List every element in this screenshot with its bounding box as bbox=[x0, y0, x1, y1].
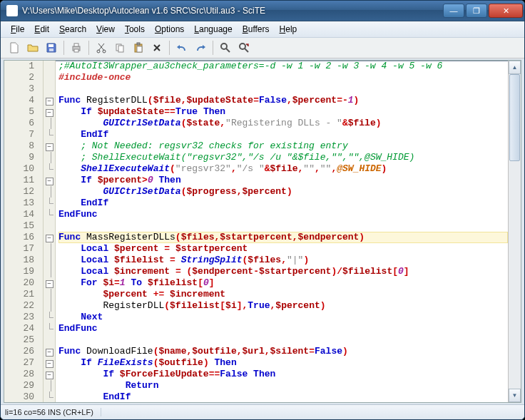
line-number[interactable]: 5 bbox=[4, 106, 34, 118]
code-line[interactable]: Func RegisterDLL($file,$updateState=Fals… bbox=[58, 95, 508, 106]
cut-button[interactable] bbox=[92, 39, 111, 56]
replace-button[interactable] bbox=[235, 39, 253, 56]
line-number[interactable]: 23 bbox=[4, 312, 34, 323]
line-number[interactable]: 14 bbox=[4, 209, 34, 220]
line-number[interactable]: 2 bbox=[4, 72, 34, 83]
code-line[interactable]: ; Not Needed: regsvr32 checks for existi… bbox=[58, 140, 508, 152]
fold-marker[interactable]: − bbox=[44, 232, 55, 243]
code-line[interactable]: If $updateState==True Then bbox=[58, 106, 508, 118]
redo-button[interactable] bbox=[191, 39, 210, 56]
line-number[interactable]: 10 bbox=[4, 163, 34, 175]
code-line[interactable]: GUICtrlSetData($state,"Registering DLLs … bbox=[58, 118, 508, 129]
code-line[interactable]: ; ShellExecuteWait("regsvr32","/s /u "&$… bbox=[58, 152, 508, 163]
fold-marker[interactable] bbox=[44, 391, 55, 403]
code-line[interactable]: If $percent>0 Then bbox=[58, 175, 508, 186]
menu-view[interactable]: View bbox=[92, 23, 119, 36]
line-number[interactable]: 28 bbox=[4, 369, 34, 380]
line-number[interactable]: 9 bbox=[4, 152, 34, 163]
fold-marker[interactable]: − bbox=[44, 346, 55, 357]
code-line[interactable]: EndFunc bbox=[58, 209, 508, 220]
line-number[interactable]: 1 bbox=[4, 61, 34, 72]
delete-button[interactable] bbox=[148, 39, 166, 56]
line-number[interactable]: 19 bbox=[4, 266, 34, 277]
line-number[interactable]: 7 bbox=[4, 129, 34, 140]
line-number[interactable]: 16 bbox=[4, 232, 34, 243]
scroll-down-button[interactable]: ▼ bbox=[509, 389, 521, 402]
code-line[interactable] bbox=[58, 83, 508, 95]
minimize-button[interactable]: — bbox=[443, 4, 464, 18]
fold-marker[interactable] bbox=[44, 266, 55, 277]
fold-marker[interactable]: − bbox=[44, 277, 55, 289]
line-number[interactable]: 13 bbox=[4, 198, 34, 209]
code-line[interactable]: EndFunc bbox=[58, 323, 508, 334]
line-number[interactable]: 29 bbox=[4, 380, 34, 391]
find-button[interactable] bbox=[216, 39, 235, 56]
fold-marker[interactable] bbox=[44, 243, 55, 255]
fold-marker[interactable]: − bbox=[44, 140, 55, 152]
line-number[interactable]: 17 bbox=[4, 243, 34, 255]
menu-file[interactable]: File bbox=[6, 23, 29, 36]
code-line[interactable]: GUICtrlSetData($progress,$percent) bbox=[58, 186, 508, 198]
code-line[interactable]: If FileExists($outfile) Then bbox=[58, 357, 508, 369]
scroll-thumb[interactable] bbox=[509, 74, 520, 161]
maximize-button[interactable]: ❐ bbox=[466, 4, 487, 18]
code-line[interactable]: ShellExecuteWait("regsvr32","/s "&$file,… bbox=[58, 163, 508, 175]
fold-marker[interactable] bbox=[44, 220, 55, 232]
fold-marker[interactable] bbox=[44, 209, 55, 220]
save-file-button[interactable] bbox=[42, 39, 61, 56]
menu-options[interactable]: Options bbox=[151, 23, 188, 36]
line-number-gutter[interactable]: 1234567891011121314151617181920212223242… bbox=[4, 61, 44, 402]
fold-marker[interactable]: − bbox=[44, 106, 55, 118]
line-number[interactable]: 11 bbox=[4, 175, 34, 186]
code-line[interactable]: ;#AutoIt3Wrapper_au3check_parameters=-d … bbox=[58, 61, 508, 72]
line-number[interactable]: 4 bbox=[4, 95, 34, 106]
code-line[interactable]: EndIf bbox=[58, 198, 508, 209]
code-line[interactable]: RegisterDLL($filelist[$i],True,$percent) bbox=[58, 300, 508, 312]
fold-marker[interactable] bbox=[44, 83, 55, 95]
fold-marker[interactable]: − bbox=[44, 95, 55, 106]
line-number[interactable]: 27 bbox=[4, 357, 34, 369]
fold-marker[interactable] bbox=[44, 198, 55, 209]
code-line[interactable]: If $ForceFileUpdate==False Then bbox=[58, 369, 508, 380]
fold-marker[interactable] bbox=[44, 323, 55, 334]
fold-marker[interactable] bbox=[44, 186, 55, 198]
close-button[interactable]: ✕ bbox=[489, 4, 523, 18]
code-line[interactable]: EndIf bbox=[58, 129, 508, 140]
vertical-scrollbar[interactable]: ▲ ▼ bbox=[508, 61, 521, 402]
scroll-track[interactable] bbox=[509, 73, 521, 390]
fold-marker[interactable] bbox=[44, 312, 55, 323]
line-number[interactable]: 8 bbox=[4, 140, 34, 152]
menu-edit[interactable]: Edit bbox=[30, 23, 53, 36]
code-editor[interactable]: ;#AutoIt3Wrapper_au3check_parameters=-d … bbox=[56, 61, 508, 402]
fold-marker[interactable] bbox=[44, 380, 55, 391]
line-number[interactable]: 21 bbox=[4, 289, 34, 300]
code-line[interactable]: Next bbox=[58, 312, 508, 323]
fold-marker[interactable] bbox=[44, 118, 55, 129]
fold-margin[interactable]: −−−−−−−−− bbox=[44, 61, 56, 402]
line-number[interactable]: 24 bbox=[4, 323, 34, 334]
code-line[interactable] bbox=[58, 334, 508, 346]
fold-marker[interactable] bbox=[44, 61, 55, 72]
fold-marker[interactable] bbox=[44, 255, 55, 266]
line-number[interactable]: 20 bbox=[4, 277, 34, 289]
line-number[interactable]: 3 bbox=[4, 83, 34, 95]
code-line[interactable]: Local $filelist = StringSplit($files,"|"… bbox=[58, 255, 508, 266]
code-line[interactable] bbox=[58, 220, 508, 232]
menu-language[interactable]: Language bbox=[190, 23, 236, 36]
code-line[interactable]: EndIf bbox=[58, 391, 508, 402]
copy-button[interactable] bbox=[111, 39, 129, 56]
fold-marker[interactable] bbox=[44, 72, 55, 83]
fold-marker[interactable] bbox=[44, 289, 55, 300]
undo-button[interactable] bbox=[173, 39, 191, 56]
line-number[interactable]: 15 bbox=[4, 220, 34, 232]
fold-marker[interactable] bbox=[44, 334, 55, 346]
menu-help[interactable]: Help bbox=[275, 23, 302, 36]
fold-marker[interactable] bbox=[44, 129, 55, 140]
new-file-button[interactable] bbox=[5, 39, 24, 56]
titlebar[interactable]: V:\Users\Mike\Desktop\Autoclean v1.6 SRC… bbox=[1, 1, 524, 21]
fold-marker[interactable] bbox=[44, 163, 55, 175]
menu-buffers[interactable]: Buffers bbox=[238, 23, 274, 36]
code-line[interactable]: Func DownloadFile($name,$outfile,$url,$s… bbox=[58, 346, 508, 357]
code-line[interactable]: Local $percent = $startpercent bbox=[58, 243, 508, 255]
code-line[interactable]: Func MassRegisterDLLs($files,$startperce… bbox=[58, 232, 508, 243]
